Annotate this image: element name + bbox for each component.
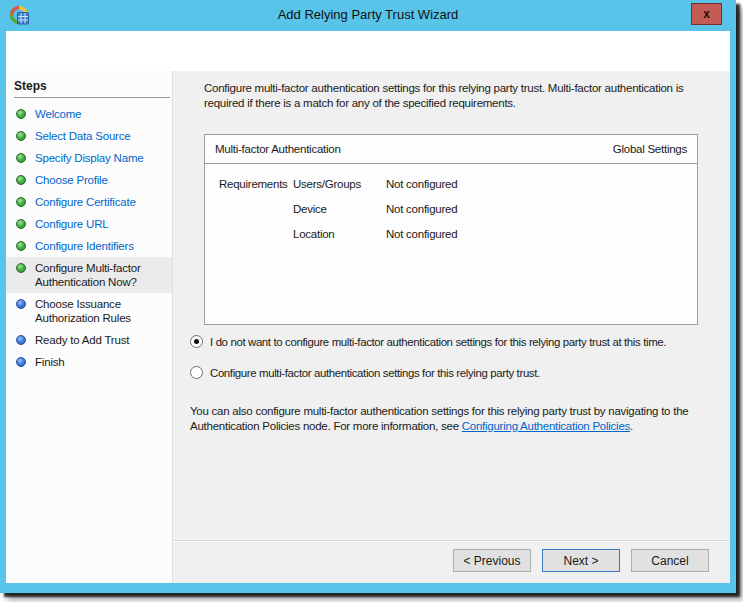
wizard-window: Add Relying Party Trust Wizard x Steps W…	[0, 0, 736, 593]
page-content: Configure multi-factor authentication se…	[173, 71, 730, 583]
requirement-value: Not configured	[386, 202, 697, 217]
step-status-dot-icon	[16, 153, 26, 163]
table-rows: RequirementsUsers/GroupsNot configuredDe…	[205, 164, 697, 252]
footer-note: You can also configure multi-factor auth…	[190, 404, 718, 434]
sidebar-step-done[interactable]: Welcome	[6, 103, 172, 125]
requirement-value: Not configured	[386, 177, 697, 192]
table-row: DeviceNot configured	[205, 202, 697, 227]
table-row: LocationNot configured	[205, 227, 697, 252]
previous-button[interactable]: < Previous	[453, 549, 531, 572]
step-status-dot-icon	[16, 197, 26, 207]
step-label: Configure Identifiers	[35, 239, 134, 253]
step-label: Configure Multi-factor Authentication No…	[35, 261, 168, 289]
radio-unselected-icon[interactable]	[190, 366, 203, 379]
configuring-authentication-policies-link[interactable]: Configuring Authentication Policies	[462, 420, 630, 432]
table-row: RequirementsUsers/GroupsNot configured	[205, 177, 697, 202]
steps-list: WelcomeSelect Data SourceSpecify Display…	[6, 103, 172, 373]
screen: Add Relying Party Trust Wizard x Steps W…	[0, 0, 743, 602]
step-label: Welcome	[35, 107, 81, 121]
step-status-dot-icon	[16, 241, 26, 251]
sidebar-step-current: Configure Multi-factor Authentication No…	[6, 257, 172, 293]
step-label: Ready to Add Trust	[35, 333, 129, 347]
step-label: Specify Display Name	[35, 151, 144, 165]
step-status-dot-icon	[16, 299, 26, 309]
radio-option-label: Configure multi-factor authentication se…	[210, 366, 540, 380]
sidebar-step-future: Choose Issuance Authorization Rules	[6, 293, 172, 329]
requirement-name: Users/Groups	[293, 177, 386, 192]
page-intro-text: Configure multi-factor authentication se…	[204, 81, 716, 111]
sidebar-step-done[interactable]: Configure URL	[6, 213, 172, 235]
radio-option-label: I do not want to configure multi-factor …	[210, 335, 666, 349]
requirement-value: Not configured	[386, 227, 697, 242]
steps-heading: Steps	[14, 79, 170, 98]
sidebar-step-future: Finish	[6, 351, 172, 373]
step-label: Choose Issuance Authorization Rules	[35, 297, 168, 325]
step-status-dot-icon	[16, 219, 26, 229]
row-group-label: Requirements	[205, 177, 293, 192]
radio-group: I do not want to configure multi-factor …	[190, 335, 724, 397]
window-title: Add Relying Party Trust Wizard	[0, 7, 736, 22]
requirement-name: Device	[293, 202, 386, 217]
button-bar: < Previous Next > Cancel	[453, 549, 709, 572]
sidebar-step-done[interactable]: Configure Certificate	[6, 191, 172, 213]
step-label: Configure Certificate	[35, 195, 136, 209]
requirement-name: Location	[293, 227, 386, 242]
steps-sidebar: Steps WelcomeSelect Data SourceSpecify D…	[6, 71, 173, 583]
radio-selected-icon[interactable]	[190, 335, 203, 348]
table-header-right: Global Settings	[613, 142, 687, 157]
sidebar-step-done[interactable]: Specify Display Name	[6, 147, 172, 169]
step-status-dot-icon	[16, 335, 26, 345]
step-status-dot-icon	[16, 175, 26, 185]
sidebar-step-done[interactable]: Select Data Source	[6, 125, 172, 147]
sidebar-step-future: Ready to Add Trust	[6, 329, 172, 351]
step-status-dot-icon	[16, 263, 26, 273]
step-label: Configure URL	[35, 217, 108, 231]
button-bar-separator	[173, 540, 730, 542]
titlebar: Add Relying Party Trust Wizard x	[0, 0, 736, 31]
step-label: Select Data Source	[35, 129, 130, 143]
sidebar-step-done[interactable]: Configure Identifiers	[6, 235, 172, 257]
table-header-left: Multi-factor Authentication	[215, 142, 341, 157]
footer-note-period: .	[630, 420, 633, 432]
mfa-settings-table: Multi-factor Authentication Global Setti…	[204, 134, 698, 325]
next-button[interactable]: Next >	[542, 549, 620, 572]
radio-option[interactable]: Configure multi-factor authentication se…	[190, 366, 724, 380]
close-button[interactable]: x	[691, 3, 722, 25]
client-area: Steps WelcomeSelect Data SourceSpecify D…	[6, 31, 730, 583]
step-label: Finish	[35, 355, 64, 369]
radio-option[interactable]: I do not want to configure multi-factor …	[190, 335, 724, 349]
step-status-dot-icon	[16, 357, 26, 367]
cancel-button[interactable]: Cancel	[631, 549, 709, 572]
step-status-dot-icon	[16, 131, 26, 141]
step-status-dot-icon	[16, 109, 26, 119]
sidebar-step-done[interactable]: Choose Profile	[6, 169, 172, 191]
step-label: Choose Profile	[35, 173, 108, 187]
wizard-header-band	[6, 31, 730, 71]
